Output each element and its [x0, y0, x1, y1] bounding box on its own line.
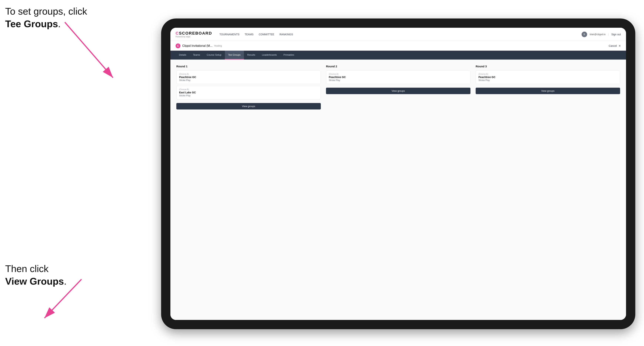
nav-tournaments[interactable]: TOURNAMENTS: [220, 32, 240, 37]
tournament-header: C Clippd Invitational (M... Hosting Canc…: [170, 41, 626, 51]
instruction-top: To set groups, click Tee Groups.: [5, 5, 87, 30]
main-content: Round 1 (Course A) Peachtree GC Stroke P…: [170, 60, 626, 320]
user-avatar: B: [582, 32, 587, 37]
instruction-bottom: Then click View Groups.: [5, 263, 66, 288]
round-2-column: Round 2 (Course A) Peachtree GC Stroke P…: [326, 65, 470, 110]
nav-links: TOURNAMENTS TEAMS COMMITTEE RANKINGS: [220, 32, 293, 37]
nav-committee[interactable]: COMMITTEE: [259, 32, 274, 37]
round2-view-groups-button[interactable]: View groups: [326, 88, 470, 94]
round1-course-a-label: (Course A): [179, 73, 318, 75]
tournament-icon: C: [176, 43, 180, 48]
round2-course-a-label: (Course A): [329, 73, 468, 75]
logo-area: CSCOREBOARD Powered by clippt: [176, 31, 212, 38]
tablet-frame: CSCOREBOARD Powered by clippt TOURNAMENT…: [161, 18, 635, 329]
tab-leaderboards[interactable]: Leaderboards: [258, 51, 280, 60]
round-3-column: Round 3 (Course A) Peachtree GC Stroke P…: [476, 65, 620, 110]
cancel-label: Cancel: [609, 44, 617, 47]
instruction-bottom-line2: View Groups: [5, 276, 64, 287]
round1-course-b-name: East Lake GC: [179, 91, 318, 94]
tablet-screen: CSCOREBOARD Powered by clippt TOURNAMENT…: [170, 28, 626, 320]
svg-line-1: [65, 22, 113, 78]
nav-divider: |: [608, 33, 608, 36]
rounds-container: Round 1 (Course A) Peachtree GC Stroke P…: [176, 65, 620, 110]
instruction-bottom-period: .: [64, 276, 66, 287]
round3-course-a-name: Peachtree GC: [478, 76, 617, 79]
round-1-column: Round 1 (Course A) Peachtree GC Stroke P…: [176, 65, 321, 110]
nav-left: CSCOREBOARD Powered by clippt TOURNAMENT…: [176, 31, 293, 38]
tournament-name: Clippd Invitational (M...: [182, 44, 212, 47]
logo-c-letter: C: [176, 31, 179, 35]
tab-printables[interactable]: Printables: [280, 51, 298, 60]
round1-course-a-name: Peachtree GC: [179, 76, 318, 79]
cancel-x-icon: ✕: [619, 44, 621, 47]
user-email: blair@clippd.io: [590, 33, 606, 36]
tab-details[interactable]: Details: [176, 51, 190, 60]
round1-course-a-format: Stroke Play: [179, 79, 318, 82]
nav-teams[interactable]: TEAMS: [245, 32, 254, 37]
instruction-bottom-line1: Then click: [5, 263, 48, 274]
round-1-title: Round 1: [176, 65, 321, 68]
instruction-top-line1: To set groups, click: [5, 6, 87, 17]
round1-course-b-label: (Course B): [179, 88, 318, 90]
round3-course-a-label: (Course A): [478, 73, 617, 75]
logo-text: CSCOREBOARD: [176, 31, 212, 36]
round2-course-a-name: Peachtree GC: [329, 76, 468, 79]
tab-results[interactable]: Results: [244, 51, 258, 60]
hosting-badge: Hosting: [214, 45, 222, 47]
top-nav: CSCOREBOARD Powered by clippt TOURNAMENT…: [170, 28, 626, 41]
round3-view-groups-button[interactable]: View groups: [476, 88, 620, 94]
round1-course-a-card: (Course A) Peachtree GC Stroke Play: [176, 70, 321, 84]
sign-out-link[interactable]: Sign out: [612, 32, 621, 37]
round1-view-groups-button[interactable]: View groups: [176, 103, 321, 110]
tournament-title: C Clippd Invitational (M... Hosting: [176, 43, 222, 48]
instruction-top-period: .: [58, 18, 60, 29]
round1-course-b-format: Stroke Play: [179, 94, 318, 97]
nav-rankings[interactable]: RANKINGS: [280, 32, 293, 37]
logo-sub: Powered by clippt: [176, 36, 212, 38]
instruction-top-line2: Tee Groups: [5, 18, 58, 29]
tab-nav: Details Teams Course Setup Tee Groups Re…: [170, 51, 626, 60]
nav-right: B blair@clippd.io | Sign out: [582, 32, 621, 37]
round-3-title: Round 3: [476, 65, 620, 68]
tab-tee-groups[interactable]: Tee Groups: [225, 51, 244, 60]
round1-course-b-card: (Course B) East Lake GC Stroke Play: [176, 86, 321, 99]
tab-teams[interactable]: Teams: [190, 51, 203, 60]
round-2-title: Round 2: [326, 65, 470, 68]
tab-course-setup[interactable]: Course Setup: [203, 51, 225, 60]
round2-course-a-format: Stroke Play: [329, 79, 468, 82]
cancel-button[interactable]: Cancel ✕: [609, 44, 621, 47]
round2-course-a-card: (Course A) Peachtree GC Stroke Play: [326, 70, 470, 84]
round3-course-a-card: (Course A) Peachtree GC Stroke Play: [476, 70, 620, 84]
round3-course-a-format: Stroke Play: [478, 79, 617, 82]
